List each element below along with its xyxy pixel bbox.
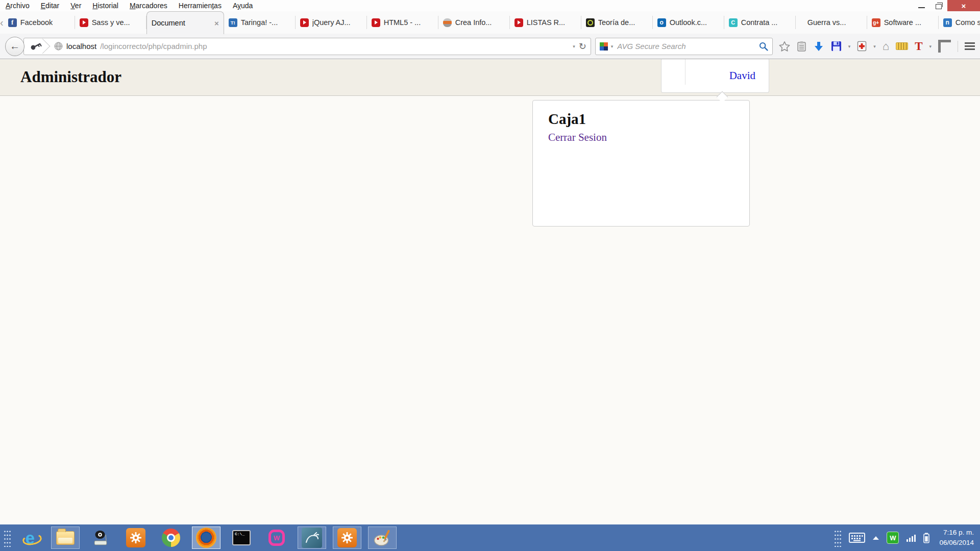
tab-label: LISTAS R...: [527, 18, 565, 27]
tab-label: Sass y ve...: [92, 18, 130, 27]
save-button[interactable]: [831, 41, 842, 52]
download-arrow-icon: [813, 41, 824, 52]
tab-label: Taringa! -...: [241, 18, 278, 27]
windows-taskbar: e: [0, 524, 980, 551]
tab-facebook[interactable]: f Facebook: [4, 11, 75, 34]
bookmark-star-button[interactable]: [779, 41, 790, 52]
wampserver-icon: W: [268, 530, 285, 546]
tab-label: Crea Info...: [455, 18, 492, 27]
search-box[interactable]: ▾: [595, 38, 773, 55]
tab-html5[interactable]: HTML5 - ...: [367, 11, 438, 34]
show-hidden-icons-arrow[interactable]: [873, 536, 879, 540]
close-button[interactable]: ×: [947, 0, 980, 11]
clock-time: 7:16 p. m.: [939, 528, 974, 538]
add-page-dropdown-icon[interactable]: ▾: [873, 44, 876, 49]
youtube-favicon: [372, 18, 380, 27]
browser-window: Archivo Editar Ver Historial Marcadores …: [0, 0, 980, 551]
avg-search-engine-icon[interactable]: [600, 42, 608, 51]
menu-archivo[interactable]: Archivo: [0, 0, 35, 11]
search-engine-dropdown-icon[interactable]: ▾: [611, 44, 614, 49]
restore-button[interactable]: [930, 0, 947, 11]
tab-document-active[interactable]: Document ×: [146, 11, 224, 34]
tab-jquery[interactable]: jQuery AJ...: [296, 11, 367, 34]
youtube-favicon: [300, 18, 309, 27]
taskbar-firefox-active[interactable]: [192, 527, 220, 549]
text-tool-button[interactable]: T: [915, 40, 922, 52]
folder-icon: [56, 531, 75, 545]
app-grid-icon[interactable]: [3, 529, 11, 547]
taskbar-settings-gear[interactable]: [121, 527, 150, 549]
key-extension-button[interactable]: [24, 39, 51, 54]
tab-label: Guerra vs...: [807, 18, 846, 27]
orange-gear-icon: [337, 528, 357, 547]
taskbar-command-prompt[interactable]: C:\_: [227, 527, 256, 549]
downloads-button[interactable]: [813, 41, 824, 52]
tab-bar: ‹ f Facebook Sass y ve... Document × T! …: [0, 11, 980, 34]
back-button[interactable]: ←: [5, 37, 24, 56]
url-dropdown-icon[interactable]: ▾: [573, 44, 575, 49]
touch-keyboard-icon[interactable]: [849, 533, 865, 543]
battery-icon[interactable]: [923, 533, 929, 543]
menu-editar[interactable]: Editar: [35, 0, 65, 11]
search-input[interactable]: [616, 41, 755, 51]
google-plus-favicon: g+: [872, 18, 880, 27]
taskbar-internet-explorer[interactable]: e: [16, 527, 44, 549]
tab-close-icon[interactable]: ×: [214, 19, 219, 28]
tab-listas[interactable]: LISTAS R...: [510, 11, 581, 34]
taskbar-paint[interactable]: [368, 527, 397, 549]
taskbar-chrome[interactable]: [157, 527, 185, 549]
tab-outlook[interactable]: o Outlook.c...: [653, 11, 724, 34]
orange-gear-icon: [126, 528, 145, 547]
bookmarks-clipboard-button[interactable]: [797, 41, 806, 52]
tab-label: HTML5 - ...: [384, 18, 421, 27]
logout-link[interactable]: Cerrar Sesion: [548, 131, 607, 144]
tab-crea-info[interactable]: Crea Info...: [438, 11, 510, 34]
menu-herramientas[interactable]: Herramientas: [173, 0, 227, 11]
taskbar-clock[interactable]: 7:16 p. m. 06/06/2014: [939, 528, 974, 547]
tab-como-sa[interactable]: n Como sa...: [939, 11, 980, 34]
taskbar-wampserver[interactable]: W: [262, 527, 291, 549]
user-menu-david[interactable]: David: [685, 59, 769, 92]
menu-historial[interactable]: Historial: [87, 0, 124, 11]
page-red-cross-icon: [857, 41, 867, 52]
reload-icon[interactable]: ↻: [579, 41, 586, 52]
text-tool-dropdown-icon[interactable]: ▾: [929, 44, 932, 49]
menu-ver[interactable]: Ver: [65, 0, 87, 11]
firefox-menu-button[interactable]: [965, 42, 975, 50]
tab-taringa[interactable]: T! Taringa! -...: [224, 11, 296, 34]
add-page-extension-button[interactable]: [857, 41, 867, 52]
measureit-button[interactable]: [938, 40, 951, 53]
tab-guerra[interactable]: Guerra vs...: [796, 11, 867, 34]
taskbar-file-explorer[interactable]: [51, 527, 80, 549]
taskbar-settings-gear-2[interactable]: [333, 527, 361, 549]
wampserver-tray-icon[interactable]: W: [887, 532, 899, 544]
floppy-disk-icon: [831, 41, 842, 52]
tray-app-grid-icon[interactable]: [834, 529, 841, 547]
menu-ayuda[interactable]: Ayuda: [227, 0, 258, 11]
home-button[interactable]: ⌂: [883, 41, 889, 52]
contrata-favicon: C: [729, 18, 738, 27]
taskbar-mysql-workbench[interactable]: [298, 527, 326, 549]
tab-contrata[interactable]: C Contrata ...: [724, 11, 796, 34]
internet-explorer-icon: e: [26, 530, 35, 546]
tab-software[interactable]: g+ Software ...: [867, 11, 939, 34]
user-menu-box: David: [661, 59, 769, 93]
minimize-button[interactable]: [913, 0, 930, 11]
network-signal-icon[interactable]: [906, 534, 916, 542]
search-icon[interactable]: [759, 42, 768, 51]
tab-label: jQuery AJ...: [312, 18, 351, 27]
youtube-favicon: [80, 18, 88, 27]
url-bar[interactable]: localhost /logincorrecto/php/cpadmin.php…: [23, 38, 591, 55]
measure-extension-button[interactable]: [896, 42, 908, 50]
tab-teoria[interactable]: Teoría de...: [581, 11, 653, 34]
tab-sass[interactable]: Sass y ve...: [75, 11, 146, 34]
url-path: /logincorrecto/php/cpadmin.php: [100, 42, 569, 51]
page-title: Administrador: [20, 60, 121, 94]
save-dropdown-icon[interactable]: ▾: [848, 44, 851, 49]
tab-scroll-left-button[interactable]: ‹: [0, 11, 4, 34]
firefox-icon: [196, 528, 216, 548]
menu-marcadores[interactable]: Marcadores: [124, 0, 173, 11]
mysql-dolphin-icon: [302, 528, 322, 548]
tab-label: Document: [152, 19, 185, 27]
taskbar-network-watcher[interactable]: [86, 527, 115, 549]
